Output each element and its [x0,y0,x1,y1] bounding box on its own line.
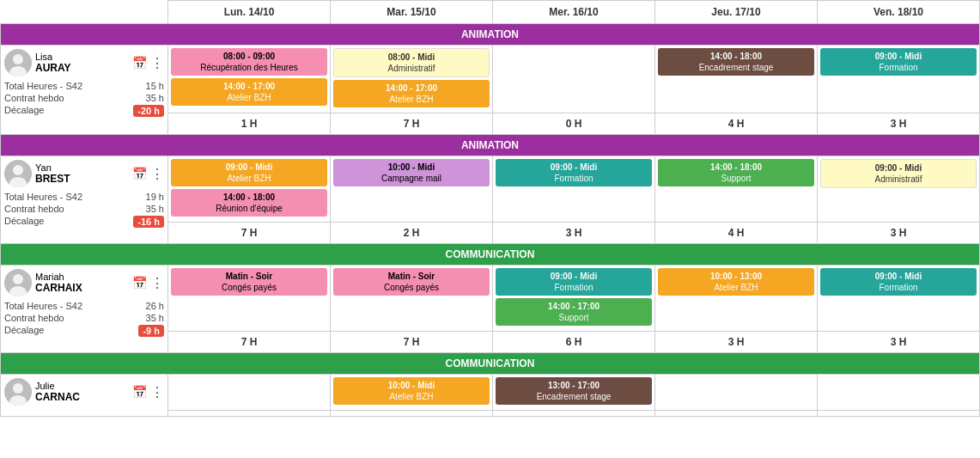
person-first-2: Mariah [35,272,129,282]
day-cell-1-3: 14:00 - 18:00Support [655,156,818,223]
hours-cell-2-1: 7 H [331,332,493,353]
hours-cell-1-0: 7 H [168,223,331,244]
menu-icon-2[interactable]: ⋮ [150,275,164,291]
event-label-0-1-0: Administratif [338,63,484,74]
event-block-1-0-0[interactable]: 09:00 - MidiAtelier BZH [171,159,327,186]
header-day-4: Jeu. 17/10 [655,1,818,24]
person-first-0: Lisa [35,52,129,62]
menu-icon-1[interactable]: ⋮ [150,166,164,182]
day-cell-2-2: 09:00 - MidiFormation14:00 - 17:00Suppor… [493,266,655,332]
event-time-1-3-0: 14:00 - 18:00 [662,162,810,173]
person-last-1: BREST [35,173,129,185]
event-block-0-1-1[interactable]: 14:00 - 17:00Atelier BZH [333,80,490,107]
event-block-2-0-0[interactable]: Matin - SoirCongés payés [171,268,327,296]
day-cell-1-2: 09:00 - MidiFormation [493,156,655,223]
day-cell-0-1: 08:00 - MidiAdministratif14:00 - 17:00At… [331,46,493,113]
stat-label-1-2: Décalage [4,216,44,228]
event-block-0-4-0[interactable]: 09:00 - MidiFormation [820,48,977,76]
event-block-3-1-0[interactable]: 10:00 - MidiAtelier BZH [333,377,490,405]
header-day-5: Ven. 18/10 [818,1,980,24]
hours-cell-1-1: 2 H [331,223,493,244]
event-block-1-3-0[interactable]: 14:00 - 18:00Support [658,159,814,186]
stat-label-2-2: Décalage [4,325,44,337]
svg-point-1 [13,54,23,64]
hours-cell-0-2: 0 H [493,113,655,135]
person-first-3: Julie [35,381,129,391]
header-day-1: Lun. 14/10 [168,1,331,24]
stat-label-2-0: Total Heures - S42 [4,301,82,311]
menu-icon-3[interactable]: ⋮ [150,384,164,400]
empty-day-3-3 [655,411,818,417]
hours-cell-1-4: 3 H [818,223,980,244]
stat-label-2-1: Contrat hebdo [4,313,64,323]
day-cell-2-4: 09:00 - MidiFormation [818,266,980,332]
person-last-0: AURAY [35,62,129,74]
day-cell-2-3: 10:00 - 13:00Atelier BZH [655,266,818,332]
event-block-0-0-0[interactable]: 08:00 - 09:00Récupération des Heures [171,48,327,76]
person-cell-3: JulieCARNAC📅⋮ [1,375,168,417]
event-block-0-0-1[interactable]: 14:00 - 17:00Atelier BZH [171,78,327,106]
stat-label-0-0: Total Heures - S42 [4,81,82,91]
event-time-2-4-0: 09:00 - Midi [825,271,972,282]
day-cell-3-1: 10:00 - MidiAtelier BZH [331,375,493,411]
stat-row-1-1: Contrat hebdo35 h [4,203,164,215]
menu-icon-0[interactable]: ⋮ [150,55,164,71]
stat-row-0-1: Contrat hebdo35 h [4,92,164,104]
event-block-1-4-0[interactable]: 09:00 - MidiAdministratif [820,159,977,188]
avatar-0 [4,49,32,76]
empty-day-3-0 [168,411,331,417]
stat-value-2-2: -9 h [138,325,164,337]
event-block-3-2-0[interactable]: 13:00 - 17:00Encadrement stage [496,377,652,405]
event-block-1-0-1[interactable]: 14:00 - 18:00Réunion d'équipe [171,189,327,217]
event-label-3-1-0: Atelier BZH [338,391,485,402]
calendar-icon-2[interactable]: 📅 [132,276,147,290]
category-row-2: COMMUNICATION [1,244,980,266]
event-block-2-2-1[interactable]: 14:00 - 17:00Support [496,298,652,326]
event-block-1-2-0[interactable]: 09:00 - MidiFormation [496,159,652,186]
stat-value-1-2: -16 h [133,216,164,228]
day-cell-3-3 [655,375,818,411]
event-block-0-3-0[interactable]: 14:00 - 18:00Encadrement stage [658,48,814,76]
event-label-1-4-0: Administratif [825,174,971,185]
event-block-0-1-0[interactable]: 08:00 - MidiAdministratif [333,48,490,77]
event-block-2-2-0[interactable]: 09:00 - MidiFormation [496,268,652,296]
hours-cell-0-3: 4 H [655,113,818,135]
stat-value-0-0: 15 h [146,81,164,91]
event-label-1-2-0: Formation [500,173,648,184]
event-label-2-1-0: Congés payés [338,282,485,293]
svg-point-10 [13,383,23,394]
event-block-2-3-0[interactable]: 10:00 - 13:00Atelier BZH [658,268,814,296]
stat-value-1-0: 19 h [146,192,164,202]
event-block-1-1-0[interactable]: 10:00 - MidiCampagne mail [333,159,490,186]
header-day-2: Mar. 15/10 [331,1,493,24]
person-last-3: CARNAC [35,391,129,403]
calendar-icon-1[interactable]: 📅 [132,167,147,180]
calendar-icon-3[interactable]: 📅 [132,385,147,399]
day-cell-2-0: Matin - SoirCongés payés [168,266,331,332]
calendar-icon-0[interactable]: 📅 [132,56,147,70]
stat-row-0-2: Décalage-20 h [4,104,164,118]
event-time-1-1-0: 10:00 - Midi [338,162,485,173]
day-cell-1-0: 09:00 - MidiAtelier BZH14:00 - 18:00Réun… [168,156,331,223]
category-row-1: ANIMATION [1,135,980,156]
stat-value-2-0: 26 h [146,301,164,311]
hours-cell-0-4: 3 H [818,113,980,135]
event-block-2-4-0[interactable]: 09:00 - MidiFormation [820,268,977,296]
event-time-0-0-1: 14:00 - 17:00 [175,81,323,92]
day-cell-3-0 [168,375,331,411]
event-label-0-1-1: Atelier BZH [338,94,485,105]
event-label-2-4-0: Formation [825,282,972,293]
event-label-1-1-0: Campagne mail [338,173,485,184]
event-time-2-1-0: Matin - Soir [338,271,485,282]
category-label-2: COMMUNICATION [1,244,980,266]
event-time-1-0-1: 14:00 - 18:00 [175,192,323,203]
event-label-2-2-0: Formation [500,282,648,293]
stat-row-2-2: Décalage-9 h [4,324,164,338]
day-cell-0-3: 14:00 - 18:00Encadrement stage [655,46,818,113]
category-label-3: COMMUNICATION [1,353,980,375]
category-row-3: COMMUNICATION [1,353,980,375]
event-label-0-0-1: Atelier BZH [175,92,323,103]
event-label-0-3-0: Encadrement stage [662,62,810,73]
stat-value-0-1: 35 h [146,93,164,103]
event-block-2-1-0[interactable]: Matin - SoirCongés payés [333,268,490,296]
